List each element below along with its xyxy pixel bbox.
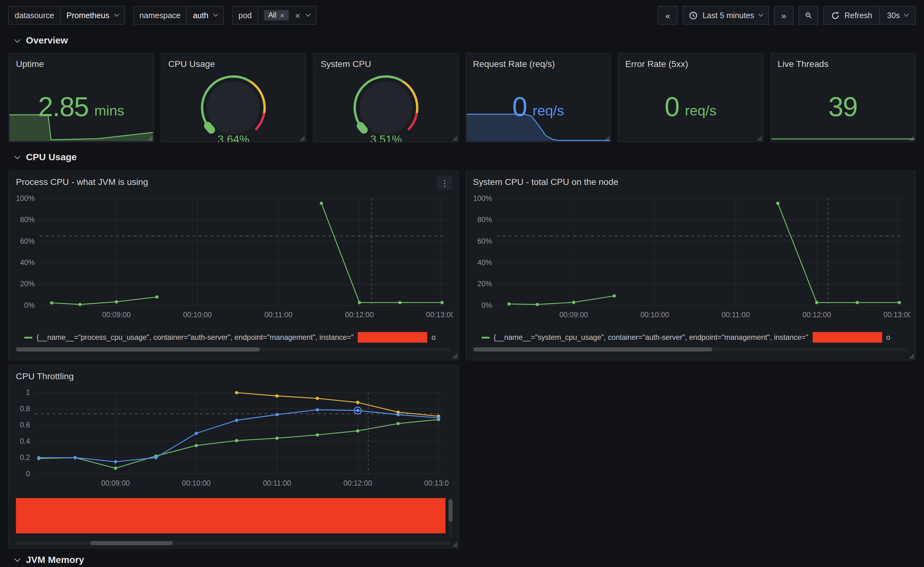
panel-title: Live Threads	[771, 54, 915, 69]
system-cpu-chart[interactable]: 0%20%40%60%80%100%00:09:0000:10:0000:11:…	[468, 191, 915, 324]
legend-vscrollbar-track	[448, 498, 453, 537]
redaction-box	[813, 332, 882, 343]
panel-header[interactable]: CPU Throttling	[9, 366, 459, 386]
var-pod: pod All × ×	[232, 6, 317, 25]
svg-text:0.2: 0.2	[20, 453, 30, 462]
time-range-label: Last 5 minutes	[703, 11, 754, 20]
panel-title: Uptime	[9, 54, 153, 69]
process-cpu-chart[interactable]: 0%20%40%60%80%100%00:09:0000:10:0000:11:…	[11, 191, 458, 324]
var-datasource-select[interactable]: Prometheus	[60, 6, 125, 25]
pod-selected-chip[interactable]: All ×	[264, 10, 289, 21]
svg-text:00:09:00: 00:09:00	[102, 311, 131, 319]
svg-text:3.64%: 3.64%	[218, 133, 249, 142]
section-overview[interactable]: Overview	[0, 26, 924, 50]
svg-text:1: 1	[26, 388, 30, 396]
section-jvm-memory[interactable]: JVM Memory	[0, 549, 924, 567]
svg-text:00:13:00: 00:13:00	[883, 311, 910, 319]
zoom-out-button[interactable]	[798, 6, 819, 25]
svg-text:00:09:00: 00:09:00	[101, 479, 130, 487]
svg-text:00:11:00: 00:11:00	[721, 311, 749, 319]
section-title: CPU Usage	[26, 152, 77, 162]
var-datasource-value: Prometheus	[66, 11, 109, 20]
system-cpu-gauge: 3.51%	[313, 69, 458, 142]
svg-text:20%: 20%	[20, 280, 35, 288]
panel-header[interactable]: System CPU - total CPU on the node	[466, 171, 915, 191]
svg-text:0%: 0%	[24, 302, 35, 309]
legend-area	[16, 498, 453, 537]
var-datasource: datasource Prometheus	[8, 6, 125, 25]
legend-scrollbar-thumb[interactable]	[473, 347, 712, 351]
svg-text:0.8: 0.8	[20, 405, 30, 413]
refresh-button[interactable]: Refresh	[824, 7, 879, 24]
clear-selection-icon[interactable]: ×	[295, 11, 300, 20]
section-cpu-usage[interactable]: CPU Usage	[0, 142, 924, 166]
cpu-charts-row: Process CPU - what JVM is using ⋮ 0%20%4…	[8, 171, 915, 360]
series-color-marker	[481, 336, 489, 338]
legend-scrollbar-track	[16, 541, 451, 545]
grafana-dashboard: datasource Prometheus namespace auth pod…	[0, 0, 924, 567]
series-legend[interactable]: {__name__="system_cpu_usage", container=…	[481, 332, 909, 343]
series-legend[interactable]: {__name__="process_cpu_usage", container…	[24, 332, 452, 343]
var-pod-label: pod	[232, 6, 258, 25]
svg-text:00:10:00: 00:10:00	[183, 311, 212, 319]
panel-uptime: Uptime 2.85 mins	[8, 53, 154, 142]
panel-title: Request Rate (req/s)	[466, 54, 611, 69]
panel-system-cpu-gauge: System CPU 3.51%	[313, 53, 459, 142]
panel-resize-handle[interactable]	[451, 353, 457, 358]
pod-chip-value: All	[268, 11, 276, 20]
panel-resize-handle[interactable]	[909, 353, 914, 358]
legend-scrollbar-track	[16, 347, 451, 351]
panel-menu-button[interactable]: ⋮	[437, 176, 452, 190]
panel-live-threads: Live Threads 39	[770, 53, 916, 142]
chip-remove-icon[interactable]: ×	[280, 12, 284, 19]
var-pod-select[interactable]: All × ×	[258, 6, 317, 25]
legend-scrollbar-track	[473, 347, 908, 351]
request-rate-value: 0 req/s	[466, 71, 611, 142]
cpu-usage-gauge: 3.64%	[161, 69, 306, 142]
svg-text:0%: 0%	[481, 302, 492, 309]
chevron-down-icon	[904, 12, 909, 16]
time-shift-forward-button[interactable]: »	[774, 6, 794, 25]
var-namespace-select[interactable]: auth	[187, 6, 224, 25]
svg-text:0.4: 0.4	[20, 437, 30, 445]
var-namespace-value: auth	[193, 11, 208, 20]
time-shift-back-button[interactable]: «	[658, 6, 678, 25]
svg-text:100%: 100%	[16, 194, 35, 202]
svg-text:20%: 20%	[477, 280, 492, 288]
refresh-interval-select[interactable]: 30s	[879, 7, 915, 24]
redaction-box	[358, 332, 427, 343]
svg-text:00:13:00: 00:13:00	[426, 311, 453, 319]
legend-vscrollbar-thumb[interactable]	[448, 499, 453, 521]
svg-text:00:10:00: 00:10:00	[640, 311, 669, 319]
svg-text:40%: 40%	[477, 258, 492, 267]
throttling-row: CPU Throttling 00.20.40.60.8100:09:0000:…	[8, 365, 915, 549]
svg-text:00:11:00: 00:11:00	[264, 311, 292, 319]
panel-cpu-usage-gauge: CPU Usage 3.64%	[161, 53, 307, 142]
panel-resize-handle[interactable]	[299, 135, 305, 141]
panel-resize-handle[interactable]	[451, 135, 457, 141]
cpu-throttling-chart[interactable]: 00.20.40.60.8100:09:0000:10:0000:11:0000…	[11, 386, 459, 492]
uptime-value: 2.85 mins	[9, 71, 153, 142]
panel-cpu-throttling: CPU Throttling 00.20.40.60.8100:09:0000:…	[8, 365, 459, 549]
panel-resize-handle[interactable]	[452, 542, 457, 547]
legend-scrollbar-thumb[interactable]	[16, 347, 260, 351]
var-datasource-label: datasource	[8, 6, 60, 25]
time-range-picker[interactable]: Last 5 minutes	[683, 6, 769, 25]
legend-scrollbar-thumb[interactable]	[90, 541, 173, 545]
panel-title: CPU Usage	[161, 54, 306, 69]
svg-text:00:12:00: 00:12:00	[343, 479, 372, 487]
panel-title: Error Rate (5xx)	[618, 54, 763, 69]
svg-text:00:10:00: 00:10:00	[182, 479, 211, 487]
chevron-down-icon	[306, 12, 311, 16]
svg-text:00:12:00: 00:12:00	[345, 311, 374, 319]
double-chevron-left-icon: «	[665, 11, 670, 20]
svg-text:40%: 40%	[20, 258, 35, 267]
chevron-down-icon	[114, 12, 119, 16]
svg-text:80%: 80%	[20, 216, 35, 224]
magnifier-minus-icon	[805, 10, 812, 20]
double-chevron-right-icon: »	[781, 11, 786, 20]
legend-label-tail: o	[432, 333, 436, 341]
svg-text:60%: 60%	[20, 237, 35, 245]
refresh-icon	[831, 11, 840, 20]
panel-header[interactable]: Process CPU - what JVM is using	[9, 171, 458, 191]
